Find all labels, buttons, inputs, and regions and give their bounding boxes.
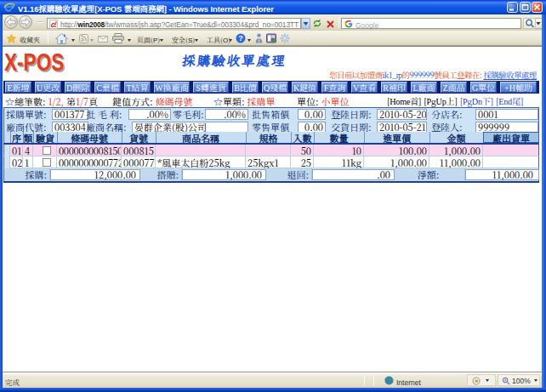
- svg-text:?: ?: [238, 34, 243, 43]
